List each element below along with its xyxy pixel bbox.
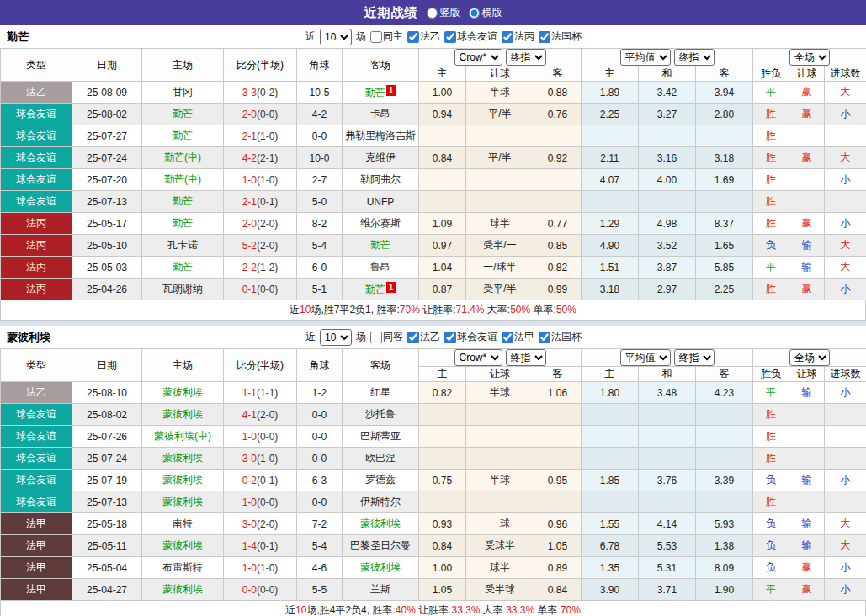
result-cell: 平 bbox=[753, 579, 789, 601]
match-type-badge: 法丙 bbox=[1, 235, 72, 257]
match-row: 法乙25-08-10蒙彼利埃1-1(1-1)1-2红星0.82半球1.061.8… bbox=[1, 382, 866, 404]
result-cell: 胜 bbox=[753, 213, 789, 235]
layout-radio-vertical[interactable]: 竖版 bbox=[427, 6, 460, 20]
half-score: (0-0) bbox=[257, 497, 278, 508]
league-checkbox[interactable] bbox=[444, 332, 456, 343]
average-select[interactable]: 平均值 bbox=[620, 49, 671, 66]
league-checkbox[interactable] bbox=[539, 332, 550, 343]
crow-handicap: 受球半 bbox=[466, 535, 534, 557]
col-header-type: 类型 bbox=[1, 49, 72, 82]
corner-cell: 4-2 bbox=[297, 104, 343, 125]
sub-header-avg-away: 客 bbox=[696, 66, 753, 82]
score-cell: 0-0(0-0) bbox=[224, 579, 297, 601]
crow-away-odds: 0.85 bbox=[534, 235, 582, 257]
crow-handicap: 平/半 bbox=[466, 147, 534, 169]
away-team-cell: 沙托鲁 bbox=[343, 404, 419, 426]
summary-part: 大率: bbox=[481, 604, 507, 616]
full-score: 4-1 bbox=[242, 409, 257, 421]
avg-draw-odds: 4.00 bbox=[639, 169, 696, 191]
avg-home-odds bbox=[582, 404, 639, 426]
league-checkbox[interactable] bbox=[407, 332, 419, 343]
summary-part: 场,胜7平2负1, 胜率: bbox=[311, 304, 399, 316]
corner-cell: 7-2 bbox=[297, 513, 343, 535]
handicap-result-cell: 赢 bbox=[789, 104, 825, 125]
match-date: 25-07-24 bbox=[72, 448, 142, 470]
handicap-result-cell bbox=[789, 191, 825, 213]
vertical-radio-input[interactable] bbox=[427, 8, 438, 19]
away-team-cell: 蒙彼利埃 bbox=[343, 513, 419, 535]
avg-home-odds bbox=[582, 448, 639, 470]
same-venue-checkbox[interactable] bbox=[370, 31, 382, 43]
page-title: 近期战绩 bbox=[364, 5, 418, 21]
same-venue-filter[interactable]: 同客 bbox=[369, 330, 403, 344]
league-filter[interactable]: 球会友谊 bbox=[443, 29, 497, 44]
league-checkbox[interactable] bbox=[502, 31, 513, 43]
same-venue-filter[interactable]: 同主 bbox=[369, 29, 403, 44]
scope-select[interactable]: 全场 bbox=[789, 49, 830, 66]
away-team-cell: 勤芒1 bbox=[343, 82, 419, 104]
score-cell: 0-1(0-0) bbox=[224, 279, 297, 300]
recent-count-select[interactable]: 10 bbox=[320, 329, 352, 346]
score-cell: 1-1(1-1) bbox=[224, 382, 297, 404]
score-cell: 2-1(0-1) bbox=[224, 191, 297, 213]
league-filter[interactable]: 法丙 bbox=[500, 29, 534, 44]
bookmaker-select[interactable]: Crow* bbox=[454, 49, 502, 66]
crow-final-odds-select[interactable]: 终指 bbox=[506, 349, 546, 366]
crow-final-odds-select[interactable]: 终指 bbox=[506, 49, 546, 66]
avg-home-odds: 1.29 bbox=[582, 213, 639, 235]
score-cell: 1-0(0-0) bbox=[224, 426, 297, 448]
crow-away-odds: 0.76 bbox=[534, 104, 582, 125]
score-cell: 1-0(1-0) bbox=[224, 169, 297, 191]
avg-home-odds bbox=[582, 125, 639, 147]
crow-away-odds: 0.77 bbox=[534, 213, 582, 235]
league-checkbox[interactable] bbox=[539, 31, 550, 43]
bookmaker-select[interactable]: Crow* bbox=[454, 349, 502, 366]
corner-cell: 0-0 bbox=[297, 125, 343, 147]
match-row: 法丙25-04-26瓦朗谢纳0-1(0-0)5-1勤芒10.87受平/半0.99… bbox=[1, 279, 866, 300]
layout-radio-horizontal[interactable]: 横版 bbox=[469, 6, 502, 20]
result-cell: 胜 bbox=[753, 279, 789, 300]
avg-away-odds: 5.85 bbox=[696, 257, 753, 279]
home-team-cell: 蒙彼利埃 bbox=[142, 382, 224, 404]
league-filter[interactable]: 球会友谊 bbox=[443, 330, 497, 344]
avg-home-odds: 3.90 bbox=[582, 579, 639, 601]
score-cell: 1-4(0-1) bbox=[224, 535, 297, 557]
league-checkbox[interactable] bbox=[407, 31, 419, 43]
league-checkbox[interactable] bbox=[502, 332, 513, 343]
avg-home-odds bbox=[582, 491, 639, 513]
crow-handicap: 受半球 bbox=[466, 579, 534, 601]
league-filter[interactable]: 法国杯 bbox=[537, 330, 582, 344]
score-cell: 2-0(0-0) bbox=[224, 104, 297, 125]
average-select[interactable]: 平均值 bbox=[620, 349, 671, 366]
recent-count-select[interactable]: 10 bbox=[320, 29, 352, 45]
goals-result-cell: 小 bbox=[825, 169, 866, 191]
crow-handicap bbox=[466, 448, 534, 470]
league-filter[interactable]: 法乙 bbox=[406, 29, 440, 44]
avg-final-odds-select[interactable]: 终指 bbox=[674, 349, 715, 366]
league-filter[interactable]: 法国杯 bbox=[537, 29, 582, 44]
league-filter[interactable]: 法乙 bbox=[406, 330, 440, 344]
corner-cell: 0-0 bbox=[297, 448, 343, 470]
same-venue-checkbox[interactable] bbox=[370, 332, 382, 343]
col-header-away: 客场 bbox=[343, 349, 419, 382]
match-date: 25-07-26 bbox=[72, 426, 142, 448]
league-filter[interactable]: 法甲 bbox=[500, 330, 534, 344]
goals-result-cell bbox=[825, 491, 866, 513]
match-type-badge: 法甲 bbox=[1, 579, 72, 601]
half-score: (0-1) bbox=[257, 196, 278, 208]
avg-away-odds bbox=[696, 404, 753, 426]
crow-away-odds: 0.88 bbox=[534, 82, 582, 104]
team-section-2: 蒙彼利埃 近 10 场 同客 法乙 球会友谊 法甲 法国杯 bbox=[0, 326, 866, 616]
sub-header-result: 胜负 bbox=[753, 66, 789, 82]
avg-away-odds: 3.18 bbox=[696, 147, 753, 169]
col-header-home: 主场 bbox=[142, 49, 224, 82]
scope-select[interactable]: 全场 bbox=[789, 349, 830, 366]
crow-away-odds: 1.06 bbox=[534, 382, 582, 404]
avg-final-odds-select[interactable]: 终指 bbox=[674, 49, 715, 66]
sub-header-home-odds: 主 bbox=[419, 367, 466, 382]
horizontal-radio-input[interactable] bbox=[469, 8, 480, 19]
summary-part: 70% bbox=[561, 604, 581, 616]
league-checkbox[interactable] bbox=[444, 31, 456, 43]
corner-cell: 10-5 bbox=[297, 82, 343, 104]
summary-part: 10 bbox=[295, 604, 306, 616]
